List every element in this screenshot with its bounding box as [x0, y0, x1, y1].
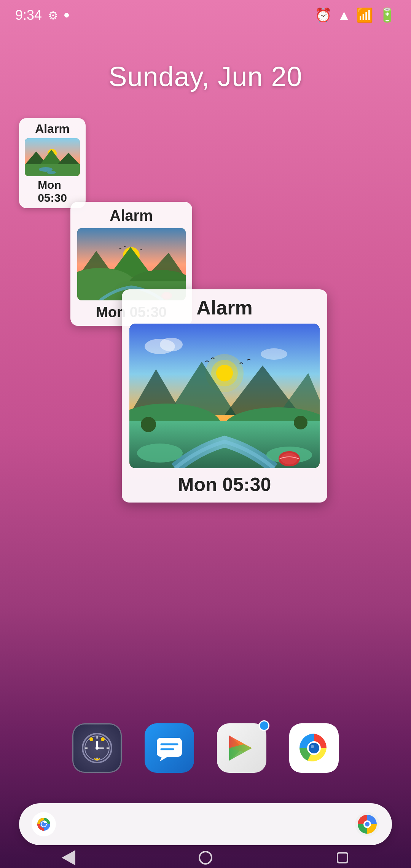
alarm-large-image	[129, 324, 320, 468]
svg-point-20	[160, 338, 183, 351]
svg-point-36	[141, 417, 156, 432]
svg-point-46	[89, 737, 93, 741]
settings-icon: ⚙	[48, 9, 58, 22]
alarm-widget-small[interactable]: Alarm Mon05:30	[19, 118, 86, 208]
google-lens-icon[interactable]	[354, 811, 381, 838]
svg-rect-59	[44, 823, 47, 824]
dock-app-messages[interactable]	[145, 723, 194, 773]
signal-icon: 📶	[356, 7, 373, 23]
battery-icon: 🔋	[379, 7, 396, 23]
alarm-small-title: Alarm	[35, 122, 70, 136]
svg-rect-5	[25, 164, 80, 176]
svg-point-47	[101, 737, 105, 741]
back-icon	[62, 850, 75, 865]
svg-point-21	[261, 348, 287, 360]
dock	[0, 712, 411, 784]
status-time: 9:34	[15, 7, 42, 23]
svg-point-35	[281, 453, 298, 464]
svg-point-32	[137, 444, 183, 463]
play-store-badge	[259, 720, 269, 731]
svg-point-7	[47, 171, 56, 174]
dock-app-play[interactable]	[217, 723, 266, 773]
nav-back-button[interactable]	[53, 850, 84, 865]
svg-rect-49	[157, 738, 182, 757]
svg-point-56	[311, 745, 314, 748]
svg-marker-50	[160, 757, 167, 761]
nav-home-button[interactable]	[190, 850, 221, 865]
google-logo	[30, 811, 57, 838]
alarm-small-time: Mon05:30	[38, 179, 67, 204]
wifi-icon: ▲	[337, 7, 351, 23]
svg-point-24	[216, 365, 233, 381]
status-left: 9:34 ⚙	[15, 7, 69, 23]
search-bar[interactable]	[19, 803, 392, 845]
nav-recents-button[interactable]	[327, 850, 358, 865]
alarm-widget-large[interactable]: Alarm	[122, 289, 327, 503]
alarm-large-title: Alarm	[196, 296, 252, 319]
svg-point-48	[96, 747, 99, 750]
svg-point-62	[365, 822, 370, 827]
home-icon	[199, 851, 212, 865]
status-right: ⏰ ▲ 📶 🔋	[315, 7, 396, 23]
svg-point-37	[294, 416, 307, 429]
alarm-medium-title: Alarm	[110, 207, 153, 224]
date-display: Sunday, Jun 20	[0, 61, 411, 92]
dot-indicator	[64, 13, 69, 18]
nav-bar	[0, 847, 411, 868]
alarm-small-image	[25, 138, 80, 176]
dock-app-chrome[interactable]	[289, 723, 339, 773]
dock-app-clock[interactable]	[72, 723, 122, 773]
alarm-status-icon: ⏰	[315, 7, 332, 23]
svg-point-55	[309, 743, 319, 753]
status-bar: 9:34 ⚙ ⏰ ▲ 📶 🔋	[0, 0, 411, 30]
alarm-large-time: Mon 05:30	[178, 474, 271, 496]
recents-icon	[337, 852, 348, 863]
